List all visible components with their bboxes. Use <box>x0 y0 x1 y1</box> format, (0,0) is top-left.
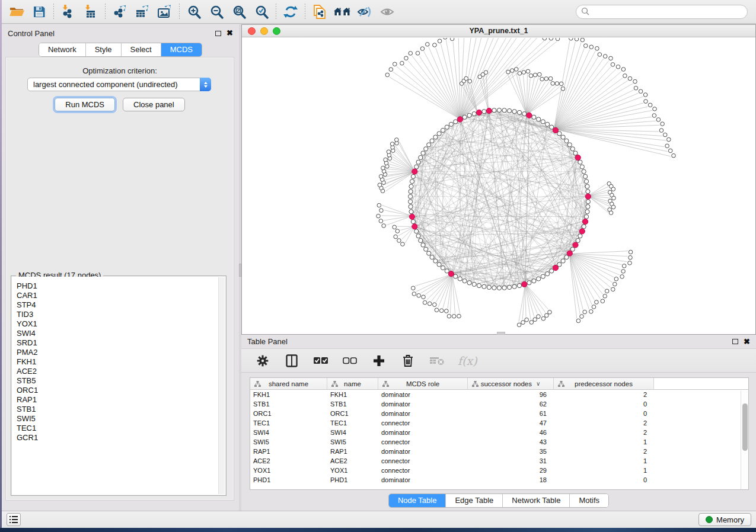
mcds-result-item[interactable]: SRD1 <box>12 338 225 348</box>
column-header-successor-nodes[interactable]: successor nodes∨ <box>468 378 554 389</box>
network-node[interactable] <box>416 52 420 56</box>
table-cell[interactable]: dominator <box>378 476 468 483</box>
network-node[interactable] <box>592 305 596 309</box>
table-row[interactable]: SWI5SWI5connector431 <box>250 437 748 447</box>
network-node[interactable] <box>601 299 605 303</box>
network-node[interactable] <box>648 103 652 107</box>
network-node[interactable] <box>409 190 413 194</box>
close-table-panel-icon[interactable]: ✖ <box>744 339 750 345</box>
network-node[interactable] <box>567 143 572 147</box>
network-node[interactable] <box>409 200 413 204</box>
hide-selected-button[interactable] <box>353 2 376 21</box>
table-row[interactable]: FKH1FKH1dominator962 <box>250 390 748 399</box>
mcds-result-item[interactable]: TEC1 <box>12 424 225 433</box>
network-node[interactable] <box>522 70 526 75</box>
float-panel-icon[interactable] <box>215 31 221 36</box>
network-node[interactable] <box>420 47 425 51</box>
network-node[interactable] <box>417 294 421 298</box>
network-node[interactable] <box>667 137 671 142</box>
network-node[interactable] <box>544 77 548 81</box>
network-node[interactable] <box>482 110 486 114</box>
tab-edge-table[interactable]: Edge Table <box>446 494 503 507</box>
network-node[interactable] <box>393 225 397 229</box>
network-node[interactable] <box>379 209 384 213</box>
table-cell[interactable]: PHD1 <box>250 476 327 483</box>
network-node[interactable] <box>622 264 626 268</box>
table-cell[interactable]: connector <box>378 419 468 427</box>
export-image-button[interactable] <box>154 2 176 21</box>
network-node[interactable] <box>404 56 409 60</box>
column-header-predecessor-nodes[interactable]: predecessor nodes <box>554 378 654 389</box>
network-node[interactable] <box>497 108 501 112</box>
network-node[interactable] <box>514 68 518 72</box>
network-node[interactable] <box>462 279 467 283</box>
network-node[interactable] <box>416 160 420 164</box>
network-node[interactable] <box>643 93 647 97</box>
network-node[interactable] <box>458 277 462 281</box>
network-node[interactable] <box>445 125 449 129</box>
network-node[interactable] <box>411 174 415 178</box>
export-network-button[interactable] <box>109 2 131 21</box>
network-node[interactable] <box>422 295 426 299</box>
network-node[interactable] <box>433 259 438 263</box>
network-node[interactable] <box>570 147 575 151</box>
mcds-result-item[interactable]: CAR1 <box>12 291 225 300</box>
network-node[interactable] <box>397 239 401 243</box>
network-node[interactable] <box>517 110 521 114</box>
network-node[interactable] <box>430 255 434 259</box>
table-cell[interactable]: 2 <box>554 419 654 427</box>
network-node[interactable] <box>472 112 476 116</box>
network-node[interactable] <box>412 292 416 296</box>
network-node[interactable] <box>468 79 472 84</box>
deselect-all-button[interactable] <box>342 351 358 370</box>
table-scrollbar[interactable] <box>741 390 748 489</box>
table-cell[interactable]: 61 <box>468 410 554 417</box>
zoom-fit-button[interactable] <box>228 2 250 21</box>
table-cell[interactable]: dominator <box>378 400 468 408</box>
network-node[interactable] <box>377 214 381 218</box>
network-node[interactable] <box>580 38 585 42</box>
network-node[interactable] <box>611 187 615 191</box>
network-node[interactable] <box>457 314 461 318</box>
tab-network[interactable]: Network <box>39 43 86 56</box>
network-node[interactable] <box>387 150 391 154</box>
network-node[interactable] <box>583 174 588 178</box>
network-node[interactable] <box>482 284 486 289</box>
task-history-button[interactable] <box>7 513 21 526</box>
tab-select[interactable]: Select <box>122 43 161 56</box>
network-node[interactable] <box>614 277 618 281</box>
table-cell[interactable]: SWI4 <box>327 429 378 436</box>
network-node[interactable] <box>585 184 589 188</box>
table-cell[interactable]: FKH1 <box>250 391 327 398</box>
table-cell[interactable]: 2 <box>554 448 654 455</box>
network-node[interactable] <box>538 72 542 76</box>
network-node[interactable] <box>537 117 541 121</box>
network-node[interactable] <box>656 118 661 122</box>
network-node[interactable] <box>583 44 588 48</box>
mcds-result-item[interactable]: STP4 <box>12 300 225 310</box>
network-node[interactable] <box>611 63 615 67</box>
network-node[interactable] <box>424 247 428 251</box>
network-node[interactable] <box>410 180 414 184</box>
close-panel-icon[interactable]: ✖ <box>227 30 233 36</box>
network-node[interactable] <box>603 294 607 299</box>
column-header-name[interactable]: name <box>327 378 378 389</box>
column-header-shared-name[interactable]: shared name <box>250 378 327 389</box>
network-node[interactable] <box>437 132 441 136</box>
network-node[interactable] <box>433 303 437 307</box>
network-node[interactable] <box>426 43 430 47</box>
network-node[interactable] <box>521 321 525 325</box>
table-cell[interactable]: SWI5 <box>250 438 327 446</box>
network-node[interactable] <box>582 225 586 229</box>
network-node[interactable] <box>628 76 632 81</box>
network-node[interactable] <box>529 74 533 78</box>
table-cell[interactable]: 47 <box>468 419 554 427</box>
table-cell[interactable]: dominator <box>378 429 468 436</box>
network-node[interactable] <box>443 38 447 39</box>
network-node[interactable] <box>561 259 565 263</box>
table-cell[interactable]: 1 <box>554 438 654 446</box>
delete-table-button[interactable] <box>429 351 445 370</box>
network-hub-node[interactable] <box>486 108 492 113</box>
network-node[interactable] <box>395 138 399 142</box>
network-hub-node[interactable] <box>527 113 532 118</box>
